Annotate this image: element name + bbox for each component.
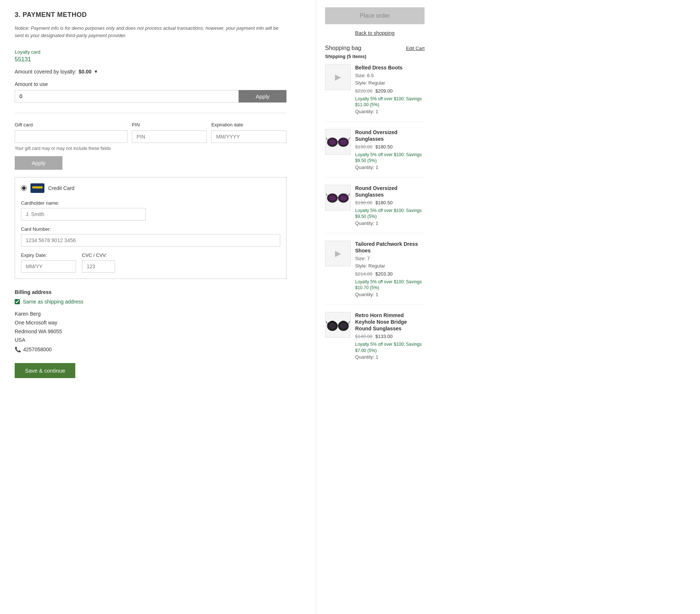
cvv-field: CVC / CVV: xyxy=(82,252,115,273)
svg-rect-14 xyxy=(331,321,334,322)
back-to-shopping-link[interactable]: Back to shopping xyxy=(325,30,425,36)
gift-card-apply-button[interactable]: Apply xyxy=(15,156,62,170)
billing-phone: 4257058000 xyxy=(23,345,52,354)
credit-card-label: Credit Card xyxy=(48,185,75,191)
price-row: $214.00 $203.30 xyxy=(355,270,425,278)
billing-address-line2: Redmond WA 98055 xyxy=(15,327,301,336)
pin-input[interactable] xyxy=(132,130,207,143)
card-number-input[interactable] xyxy=(21,234,280,247)
amount-covered-label: Amount covered by loyalty: xyxy=(15,69,76,75)
gift-card-input[interactable] xyxy=(15,130,127,143)
loyalty-savings: Loyalty 5% off over $100: Savings $9.50 … xyxy=(355,152,425,164)
item-details: Round Oversized Sunglasses $190.00 $180.… xyxy=(355,129,425,171)
credit-card-section: Credit Card Cardholder name: Card Number… xyxy=(15,177,286,279)
loyalty-savings: Loyalty 5% off over $100: Savings $10.70… xyxy=(355,279,425,291)
item-quantity: Quantity: 1 xyxy=(355,108,425,115)
sale-price: $203.30 xyxy=(375,270,393,278)
item-quantity: Quantity: 1 xyxy=(355,291,425,298)
card-number-label: Card Number: xyxy=(21,226,280,232)
cart-item: ▶ Belted Dress Boots Size: 6.5Style: Reg… xyxy=(325,64,425,122)
cvv-label: CVC / CVV: xyxy=(82,252,115,258)
item-quantity: Quantity: 1 xyxy=(355,353,425,361)
item-image: ▶ xyxy=(325,241,351,266)
sale-price: $133.00 xyxy=(375,333,393,340)
cart-item: Round Oversized Sunglasses $190.00 $180.… xyxy=(325,129,425,177)
price-row: $190.00 $180.50 xyxy=(355,199,425,207)
item-image: ▶ xyxy=(325,64,351,90)
item-image xyxy=(325,185,351,211)
place-order-button[interactable]: Place order xyxy=(325,7,425,24)
cardholder-group: Cardholder name: xyxy=(21,200,280,220)
item-details: Retro Horn Rimmed Keyhole Nose Bridge Ro… xyxy=(355,312,425,361)
expiry-label: Expiry Date: xyxy=(21,252,76,258)
amount-input[interactable] xyxy=(15,90,239,103)
cvv-input[interactable] xyxy=(82,260,115,273)
price-row: $190.00 $180.50 xyxy=(355,143,425,151)
cardholder-input[interactable] xyxy=(21,208,146,220)
image-placeholder-icon: ▶ xyxy=(335,249,341,258)
expiration-input[interactable] xyxy=(211,130,286,143)
billing-name: Karen Berg xyxy=(15,310,301,319)
loyalty-savings: Loyalty 5% off over $100: Savings $7.00 … xyxy=(355,341,425,354)
loyalty-card-label: Loyalty card xyxy=(15,49,301,55)
amount-to-use-label: Amount to use xyxy=(15,81,301,87)
save-continue-button[interactable]: Save & continue xyxy=(15,363,75,378)
item-meta: Size: 6.5Style: Regular $220.00 $209.00 … xyxy=(355,72,425,115)
expiry-field: Expiry Date: xyxy=(21,252,76,273)
loyalty-savings: Loyalty 5% off over $100: Savings $9.50 … xyxy=(355,208,425,220)
svg-point-5 xyxy=(340,139,347,145)
expiration-label: Expiration date xyxy=(211,122,286,128)
billing-section: Billing address Same as shipping address… xyxy=(15,289,301,354)
phone-icon: 📞 xyxy=(15,345,21,354)
billing-phone-row: 📞 4257058000 xyxy=(15,345,301,354)
same-as-shipping-checkbox[interactable] xyxy=(15,299,20,304)
item-image xyxy=(325,129,351,155)
item-size: Size: 6.5 xyxy=(355,72,425,79)
credit-card-container: Credit Card Cardholder name: Card Number… xyxy=(15,177,286,279)
original-price: $220.00 xyxy=(355,87,372,95)
item-details: Tailored Patchwork Dress Shoes Size: 7St… xyxy=(355,241,425,298)
expiry-cvv-row: Expiry Date: CVC / CVV: xyxy=(21,252,280,273)
svg-point-4 xyxy=(329,139,336,145)
chevron-down-icon[interactable]: ▼ xyxy=(94,69,98,74)
svg-rect-1 xyxy=(32,186,43,188)
expiry-input[interactable] xyxy=(21,260,76,273)
svg-point-9 xyxy=(340,195,347,201)
credit-card-radio[interactable] xyxy=(21,185,27,191)
item-name: Retro Horn Rimmed Keyhole Nose Bridge Ro… xyxy=(355,312,425,332)
same-as-shipping-label: Same as shipping address xyxy=(23,299,83,305)
amount-covered-row: Amount covered by loyalty: $0.00 ▼ xyxy=(15,69,301,75)
sidebar: Place order Back to shopping Shopping ba… xyxy=(316,0,433,614)
original-price: $190.00 xyxy=(355,143,372,151)
divider-1 xyxy=(15,113,286,113)
billing-title: Billing address xyxy=(15,289,301,295)
gift-card-number-field: Gift card xyxy=(15,122,127,143)
item-name: Belted Dress Boots xyxy=(355,64,425,71)
item-quantity: Quantity: 1 xyxy=(355,220,425,227)
image-placeholder-icon: ▶ xyxy=(335,72,341,82)
card-number-group: Card Number: xyxy=(21,226,280,247)
gift-card-section: Gift card PIN Expiration date Your gift … xyxy=(15,122,286,170)
gift-card-pin-field: PIN xyxy=(132,122,207,143)
item-meta: $140.00 $133.00 Loyalty 5% off over $100… xyxy=(355,333,425,361)
shopping-bag-title: Shopping bag xyxy=(325,45,361,51)
item-meta: Size: 7Style: Regular $214.00 $203.30 Lo… xyxy=(355,255,425,298)
loyalty-section: Loyalty card 55131 Amount covered by loy… xyxy=(15,49,301,103)
sale-price: $180.50 xyxy=(375,199,393,207)
cart-items-container: ▶ Belted Dress Boots Size: 6.5Style: Reg… xyxy=(325,64,425,367)
credit-card-scroll[interactable]: Credit Card Cardholder name: Card Number… xyxy=(15,177,286,279)
gift-card-row: Gift card PIN Expiration date xyxy=(15,122,286,143)
svg-point-12 xyxy=(329,323,336,329)
original-price: $190.00 xyxy=(355,199,372,207)
item-style: Style: Regular xyxy=(355,262,425,270)
same-as-shipping-row: Same as shipping address xyxy=(15,299,301,305)
loyalty-apply-button[interactable]: Apply xyxy=(239,90,286,103)
credit-card-icon xyxy=(30,183,44,193)
svg-point-8 xyxy=(329,195,336,201)
edit-cart-link[interactable]: Edit Cart xyxy=(406,46,425,51)
pin-label: PIN xyxy=(132,122,207,128)
original-price: $140.00 xyxy=(355,333,372,340)
svg-point-13 xyxy=(340,323,347,329)
cart-item: Round Oversized Sunglasses $190.00 $180.… xyxy=(325,185,425,233)
amount-input-row: Apply xyxy=(15,90,286,103)
